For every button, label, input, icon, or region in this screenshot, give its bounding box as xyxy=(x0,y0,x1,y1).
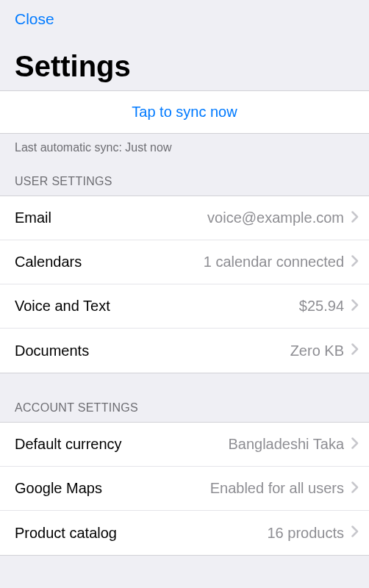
page-title: Settings xyxy=(0,37,369,90)
sync-section: Tap to sync now xyxy=(0,90,369,134)
product-catalog-value: 16 products xyxy=(259,525,344,542)
email-value: voice@example.com xyxy=(200,209,344,226)
google-maps-row[interactable]: Google Maps Enabled for all users xyxy=(0,467,369,511)
user-settings-header: USER SETTINGS xyxy=(0,175,369,196)
chevron-right-icon xyxy=(351,526,359,540)
sync-now-button[interactable]: Tap to sync now xyxy=(0,91,369,133)
chevron-right-icon xyxy=(351,299,359,314)
documents-label: Documents xyxy=(15,343,89,359)
account-settings-header: ACCOUNT SETTINGS xyxy=(0,401,369,422)
sync-status-text: Last automatic sync: Just now xyxy=(0,134,369,175)
chevron-right-icon xyxy=(351,343,359,358)
chevron-right-icon xyxy=(351,437,359,452)
chevron-right-icon xyxy=(351,255,359,270)
calendars-row[interactable]: Calendars 1 calendar connected xyxy=(0,240,369,284)
voice-and-text-value: $25.94 xyxy=(292,298,344,315)
voice-and-text-label: Voice and Text xyxy=(15,298,110,315)
section-gap xyxy=(0,373,369,401)
chevron-right-icon xyxy=(351,211,359,226)
product-catalog-label: Product catalog xyxy=(15,525,117,542)
chevron-right-icon xyxy=(351,481,359,496)
user-settings-list: Email voice@example.com Calendars 1 cale… xyxy=(0,196,369,373)
close-button[interactable]: Close xyxy=(15,7,54,31)
default-currency-value: Bangladeshi Taka xyxy=(221,436,344,453)
default-currency-label: Default currency xyxy=(15,436,122,453)
documents-row[interactable]: Documents Zero KB xyxy=(0,329,369,373)
product-catalog-row[interactable]: Product catalog 16 products xyxy=(0,511,369,555)
email-row[interactable]: Email voice@example.com xyxy=(0,196,369,240)
google-maps-value: Enabled for all users xyxy=(203,480,344,497)
calendars-label: Calendars xyxy=(15,254,82,270)
voice-and-text-row[interactable]: Voice and Text $25.94 xyxy=(0,284,369,329)
email-label: Email xyxy=(15,209,51,226)
documents-value: Zero KB xyxy=(283,343,344,359)
account-settings-list: Default currency Bangladeshi Taka Google… xyxy=(0,422,369,556)
default-currency-row[interactable]: Default currency Bangladeshi Taka xyxy=(0,423,369,467)
calendars-value: 1 calendar connected xyxy=(196,254,344,270)
header-bar: Close xyxy=(0,0,369,37)
google-maps-label: Google Maps xyxy=(15,480,102,497)
